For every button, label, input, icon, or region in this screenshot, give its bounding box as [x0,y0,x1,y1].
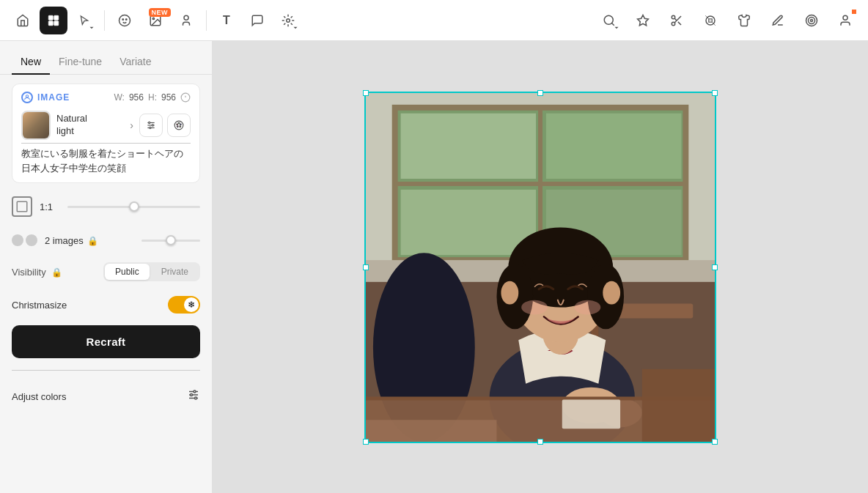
aspect-slider[interactable] [67,206,200,208]
svg-point-22 [809,17,815,23]
count-circle-1 [12,234,23,246]
svg-rect-77 [366,420,497,442]
handle-middle-right[interactable] [712,264,718,270]
handle-top-left[interactable] [363,90,369,96]
visibility-public-button[interactable]: Public [105,264,150,280]
logo-button[interactable] [40,7,67,34]
aspect-row: 1:1 [12,192,200,221]
count-slider[interactable] [141,240,200,242]
adjust-colors-icon [187,388,200,404]
svg-point-8 [152,18,154,19]
svg-point-38 [180,124,181,125]
canvas-area [213,41,868,493]
images-count-row: 2 images 🔒 [12,230,200,251]
user-button[interactable] [831,7,859,34]
handle-bottom-center[interactable] [537,439,543,445]
visibility-lock-icon: 🔒 [51,267,62,278]
svg-line-18 [674,18,677,21]
svg-rect-0 [48,15,53,20]
eyedrop-button[interactable] [696,7,724,34]
svg-point-5 [122,18,124,20]
image-section-header: IMAGE W: 956 H: 956 [21,92,191,103]
prompt-text[interactable]: 教室にいる制服を着たショートヘアの日本人女子中学生の笑顔 [21,147,191,175]
speech-tool-button[interactable] [243,7,271,34]
toolbar-right [595,7,859,34]
palette-button[interactable] [167,114,191,137]
count-label: 2 images 🔒 [45,235,134,246]
visibility-row: Visibility 🔒 Public Private [12,259,200,284]
canvas-image [366,93,715,442]
home-button[interactable] [9,7,37,34]
image-gen-button[interactable]: NEW [141,7,169,34]
width-value: 956 [129,92,144,103]
svg-point-11 [604,15,613,24]
svg-point-69 [575,300,601,314]
select-tool-button[interactable] [70,7,98,34]
height-label: H: [148,92,157,103]
svg-point-34 [150,127,151,128]
svg-point-14 [672,15,675,19]
text-tool-button[interactable]: T [213,7,240,34]
svg-point-70 [501,281,518,304]
svg-marker-13 [638,15,649,25]
visibility-label: Visibility 🔒 [12,267,98,278]
width-label: W: [114,92,124,103]
stamp-button[interactable] [629,7,657,34]
image-container[interactable] [364,92,716,443]
style-chevron-icon[interactable]: › [130,119,133,131]
handle-top-center[interactable] [537,90,543,96]
christmas-toggle-knob: ❄ [184,297,199,312]
character-tool-button[interactable] [172,7,200,34]
adjust-colors-row[interactable]: Adjust colors [12,382,200,410]
face-tool-button[interactable] [111,7,139,34]
count-slider-thumb[interactable] [166,235,176,245]
divider-1 [21,143,191,144]
divider-2 [12,370,200,371]
handle-middle-left[interactable] [363,264,369,270]
handle-bottom-left[interactable] [363,439,369,445]
effects-tool-button[interactable] [274,7,302,34]
svg-point-10 [287,18,290,22]
style-preview-image [23,112,49,138]
svg-point-9 [184,15,188,20]
image-section: IMAGE W: 956 H: 956 [12,84,200,183]
count-text: 2 images [45,235,84,246]
visibility-private-button[interactable]: Private [151,264,199,280]
svg-rect-76 [642,368,715,441]
style-name-line2: light [56,125,124,138]
panel-inner-content: IMAGE W: 956 H: 956 [0,75,212,419]
christmas-toggle[interactable]: ❄ [168,296,200,314]
svg-point-46 [191,394,193,396]
aspect-slider-thumb[interactable] [129,201,139,212]
info-icon [180,92,191,103]
visibility-text: Visibility [12,267,46,278]
scissors-button[interactable] [663,7,691,34]
svg-point-71 [603,281,620,304]
svg-line-17 [678,21,681,24]
svg-rect-41 [17,201,27,212]
image-label: IMAGE [21,92,70,103]
svg-point-24 [843,15,847,20]
tshirt-button[interactable] [730,7,758,34]
recraft-button[interactable]: Recraft [12,325,200,358]
visibility-toggle: Public Private [103,262,200,281]
toolbar-separator-1 [104,10,105,31]
adjust-colors-label: Adjust colors [12,391,187,402]
tab-new[interactable]: New [12,50,50,75]
new-badge: NEW [149,8,172,17]
top-toolbar: NEW T [0,0,868,41]
tab-variate[interactable]: Variate [111,50,160,75]
adjust-right-button[interactable] [764,7,792,34]
handle-top-right[interactable] [712,90,718,96]
handle-bottom-right[interactable] [712,439,718,445]
svg-point-25 [26,95,28,97]
christmas-label: Christmasize [12,300,168,311]
svg-point-47 [195,397,197,399]
sliders-button[interactable] [139,114,163,137]
tab-finetune[interactable]: Fine-tune [50,50,111,75]
target-button[interactable] [798,7,825,34]
lasso-button[interactable] [595,7,623,34]
svg-rect-53 [401,113,536,178]
panel-tabs: New Fine-tune Variate [0,41,212,75]
svg-point-36 [177,124,178,125]
